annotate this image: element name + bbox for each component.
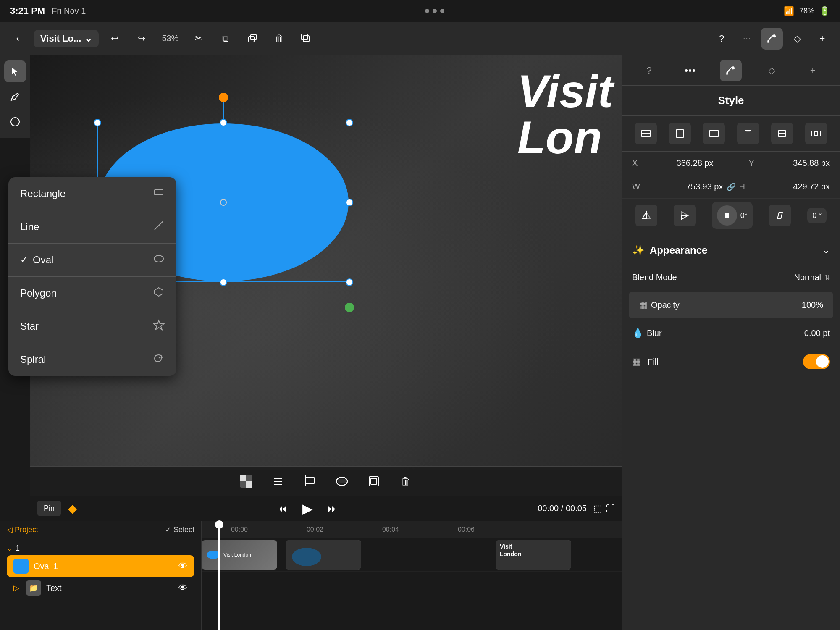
project-link[interactable]: ◁ Project — [7, 525, 38, 534]
track-clip-2[interactable] — [286, 540, 361, 570]
handle-top-center[interactable] — [220, 119, 227, 126]
shape-item-spiral[interactable]: Spiral — [8, 343, 176, 376]
fit-screen-button[interactable]: ⬚ — [593, 503, 602, 514]
frame-button[interactable] — [363, 470, 385, 492]
play-button[interactable]: ▶ — [298, 499, 317, 518]
top-handle-orange[interactable] — [219, 93, 228, 102]
duplicate-button[interactable] — [295, 28, 317, 50]
align-top-button[interactable]: T — [737, 123, 759, 144]
handle-top-left[interactable] — [94, 119, 101, 126]
bottom-handle-green[interactable] — [345, 303, 354, 312]
blend-mode-value[interactable]: Normal ⇅ — [794, 273, 830, 282]
blur-label: Blur — [647, 328, 804, 338]
align-right-button[interactable] — [703, 123, 725, 144]
opacity-value[interactable]: 100% — [802, 300, 823, 310]
delete-button[interactable]: 🗑 — [268, 28, 290, 50]
panel-tab-help[interactable]: ? — [638, 60, 660, 81]
lock-aspect-icon[interactable]: 🔗 — [727, 182, 736, 192]
panel-tab-brush[interactable] — [720, 60, 742, 81]
layer-panel-header: ◁ Project ✓ Select — [0, 521, 201, 538]
align-left-button[interactable] — [635, 123, 657, 144]
shape-item-line[interactable]: Line — [8, 210, 176, 244]
redo-button[interactable]: ↪ — [131, 28, 152, 50]
fill-row[interactable]: ▦ Fill — [622, 346, 840, 377]
track-clip-3[interactable]: Visit London — [496, 540, 571, 570]
shape-item-polygon[interactable]: Polygon — [8, 277, 176, 310]
fullscreen-button[interactable]: ⛶ — [606, 503, 615, 514]
mask-button[interactable] — [235, 470, 257, 492]
toolbar-right-buttons: ? ··· ◇ + — [711, 28, 833, 50]
project-title-button[interactable]: Visit Lo... ⌄ — [34, 30, 99, 47]
layer-row-text[interactable]: ▷ 📁 Text 👁 — [7, 577, 194, 599]
blend-mode-row[interactable]: Blend Mode Normal ⇅ — [622, 265, 840, 290]
flip-v-button[interactable] — [674, 205, 696, 226]
opacity-grid-icon: ▦ — [639, 299, 648, 310]
fast-forward-button[interactable]: ⏭ — [323, 499, 342, 518]
handle-top-right[interactable] — [346, 119, 353, 126]
w-value[interactable]: 753.93 px — [657, 182, 723, 192]
total-time: 00:05 — [566, 504, 587, 513]
align-center-button[interactable] — [267, 470, 289, 492]
cut-button[interactable]: ✂ — [188, 28, 210, 50]
track-clip-1[interactable]: Visit London — [202, 540, 277, 570]
align-center-v-button[interactable] — [771, 123, 793, 144]
select-button[interactable]: ✓ Select — [165, 525, 194, 534]
align-distribute-button[interactable] — [805, 123, 827, 144]
keyframe-button[interactable]: ◆ — [68, 501, 77, 515]
brush-button[interactable] — [761, 28, 783, 50]
select-tool-button[interactable] — [4, 60, 26, 82]
oval1-visibility-icon[interactable]: 👁 — [178, 561, 188, 572]
svg-marker-49 — [642, 212, 646, 219]
undo-button[interactable]: ↩ — [104, 28, 126, 50]
svg-point-34 — [726, 72, 728, 75]
blur-row[interactable]: 💧 Blur 0.00 pt — [622, 320, 840, 346]
handle-bottom-center[interactable] — [220, 278, 227, 286]
svg-point-33 — [693, 69, 695, 72]
x-value[interactable]: 366.28 px — [657, 158, 714, 168]
copy-button[interactable]: ⧉ — [215, 28, 236, 50]
skew-control[interactable]: 0 ° — [807, 208, 827, 223]
mask2-button[interactable] — [331, 470, 353, 492]
opacity-row[interactable]: ▦ Opacity 100% — [629, 292, 833, 318]
blend-mode-text: Normal — [794, 273, 821, 282]
appearance-chevron-icon[interactable]: ⌄ — [822, 245, 830, 256]
align-center-h-button[interactable] — [669, 123, 691, 144]
help-button[interactable]: ? — [711, 28, 732, 50]
flag-button[interactable] — [299, 470, 321, 492]
y-value[interactable]: 345.88 px — [774, 158, 830, 168]
oval-check-icon: ✓ — [20, 255, 28, 265]
paste-button[interactable] — [242, 28, 263, 50]
fill-toggle[interactable] — [803, 354, 830, 369]
text-visibility-icon[interactable]: 👁 — [178, 583, 188, 593]
blur-value[interactable]: 0.00 pt — [804, 328, 830, 338]
shape-item-rectangle[interactable]: Rectangle — [8, 177, 176, 210]
diamond-button[interactable]: ◇ — [786, 28, 808, 50]
panel-tab-add[interactable]: + — [802, 60, 824, 81]
rewind-button[interactable]: ⏮ — [273, 499, 291, 518]
fill-grid-icon: ▦ — [632, 356, 641, 367]
shape-item-oval[interactable]: ✓ Oval — [8, 244, 176, 277]
playhead[interactable] — [218, 521, 220, 630]
skew-button[interactable] — [769, 205, 791, 226]
more-button[interactable]: ··· — [736, 28, 758, 50]
panel-tab-more[interactable] — [679, 60, 701, 81]
trash-button[interactable]: 🗑 — [395, 470, 417, 492]
shape-tool-button[interactable] — [4, 111, 26, 133]
h-value[interactable]: 429.72 px — [764, 182, 830, 192]
pen-tool-button[interactable] — [4, 86, 26, 108]
rotation-control[interactable]: 0° — [712, 202, 753, 229]
panel-tab-diamond[interactable]: ◇ — [761, 60, 783, 81]
flip-h-button[interactable] — [635, 205, 657, 226]
appearance-header[interactable]: ✨ Appearance ⌄ — [622, 236, 840, 265]
back-button[interactable]: ‹ — [7, 28, 29, 50]
pin-button[interactable]: Pin — [37, 501, 61, 516]
handle-bottom-right[interactable] — [346, 278, 353, 286]
handle-center[interactable] — [220, 199, 227, 206]
layer-row-oval1[interactable]: Oval 1 👁 — [7, 555, 194, 577]
clip1-label: Visit London — [223, 552, 251, 558]
add-button[interactable]: + — [811, 28, 833, 50]
handle-middle-right[interactable] — [346, 199, 353, 206]
layer-group-header[interactable]: ⌄ 1 — [7, 541, 194, 555]
shape-item-star[interactable]: Star — [8, 310, 176, 343]
rotation-dial[interactable] — [717, 205, 737, 226]
